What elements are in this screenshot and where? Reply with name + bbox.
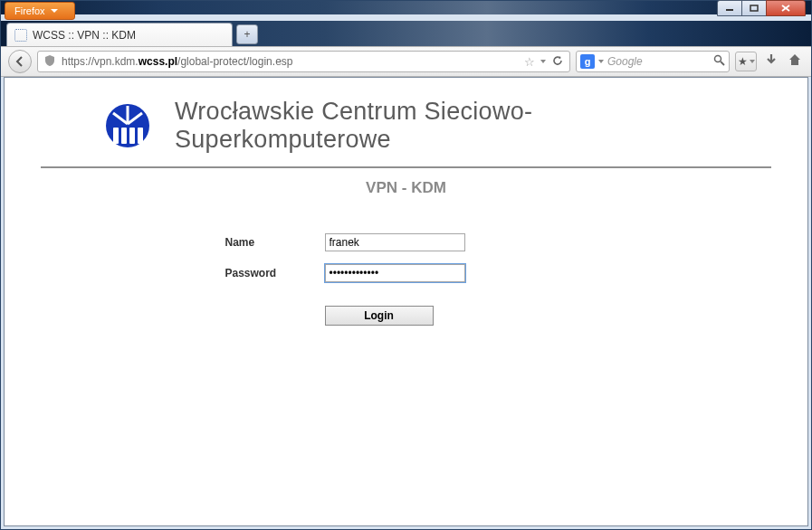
search-placeholder: Google: [607, 55, 710, 68]
arrow-left-icon: [14, 56, 25, 67]
page-viewport: Wrocławskie Centrum Sieciowo-Superkomput…: [4, 77, 808, 526]
maximize-button[interactable]: [741, 0, 767, 16]
window-titlebar: Firefox: [1, 1, 811, 14]
chevron-down-icon: [51, 9, 58, 13]
downloads-button[interactable]: [762, 52, 780, 71]
page-subhead: VPN - KDM: [41, 179, 771, 197]
reload-button[interactable]: [551, 54, 564, 70]
reload-icon: [551, 54, 564, 67]
firefox-label: Firefox: [14, 5, 45, 16]
close-button[interactable]: [766, 0, 806, 16]
firefox-menu-button[interactable]: Firefox: [5, 2, 75, 20]
home-button[interactable]: [786, 52, 804, 71]
back-button[interactable]: [8, 50, 32, 73]
search-icon: [713, 54, 725, 66]
download-arrow-icon: [764, 52, 779, 67]
tab-strip: WCSS :: VPN :: KDM +: [1, 21, 811, 46]
google-engine-icon[interactable]: g: [580, 54, 595, 69]
url-bar[interactable]: https://vpn.kdm.wcss.pl/global-protect/l…: [37, 51, 570, 72]
new-tab-button[interactable]: +: [236, 24, 258, 44]
svg-rect-8: [121, 128, 127, 144]
bookmarks-menu-button[interactable]: ★: [735, 52, 757, 71]
name-input[interactable]: [325, 233, 465, 251]
svg-line-5: [721, 62, 724, 65]
svg-rect-10: [138, 128, 143, 144]
browser-window: Firefox WCSS :: VPN :: KDM +: [0, 0, 812, 530]
password-label: Password: [225, 267, 325, 279]
form-row-password: Password: [225, 264, 588, 282]
organization-title: Wrocławskie Centrum Sieciowo-Superkomput…: [175, 98, 708, 154]
svg-rect-9: [129, 128, 135, 144]
password-input[interactable]: [325, 264, 465, 282]
maximize-icon: [750, 5, 759, 12]
chevron-down-icon: [750, 60, 755, 63]
url-text: https://vpn.kdm.wcss.pl/global-protect/l…: [62, 55, 519, 68]
search-engine-dropdown-icon[interactable]: [598, 60, 604, 63]
tab-title: WCSS :: VPN :: KDM: [33, 29, 136, 42]
svg-rect-7: [113, 128, 119, 144]
search-submit-button[interactable]: [713, 54, 725, 69]
page-header: Wrocławskie Centrum Sieciowo-Superkomput…: [41, 94, 771, 166]
minimize-icon: [725, 5, 734, 12]
site-identity-icon[interactable]: [43, 54, 56, 70]
home-icon: [788, 52, 802, 67]
svg-rect-1: [750, 5, 758, 11]
window-controls: [718, 0, 806, 16]
form-row-name: Name: [225, 233, 588, 251]
name-label: Name: [225, 236, 325, 249]
page-content: Wrocławskie Centrum Sieciowo-Superkomput…: [5, 78, 807, 342]
divider: [41, 166, 771, 168]
wcss-logo-icon: [104, 102, 151, 149]
search-bar[interactable]: g Google: [576, 51, 730, 72]
favicon-icon: [14, 29, 27, 42]
login-button[interactable]: Login: [325, 306, 434, 326]
login-form: Name Password Login: [225, 233, 588, 326]
bookmark-star-icon[interactable]: ☆: [524, 55, 535, 69]
url-dropdown-icon[interactable]: [540, 60, 546, 63]
close-icon: [781, 5, 790, 12]
navigation-toolbar: https://vpn.kdm.wcss.pl/global-protect/l…: [1, 46, 811, 77]
browser-tab-active[interactable]: WCSS :: VPN :: KDM: [6, 23, 233, 46]
minimize-button[interactable]: [717, 0, 742, 16]
star-icon: ★: [738, 55, 748, 68]
form-row-submit: Login: [225, 306, 588, 326]
svg-point-4: [715, 56, 721, 62]
